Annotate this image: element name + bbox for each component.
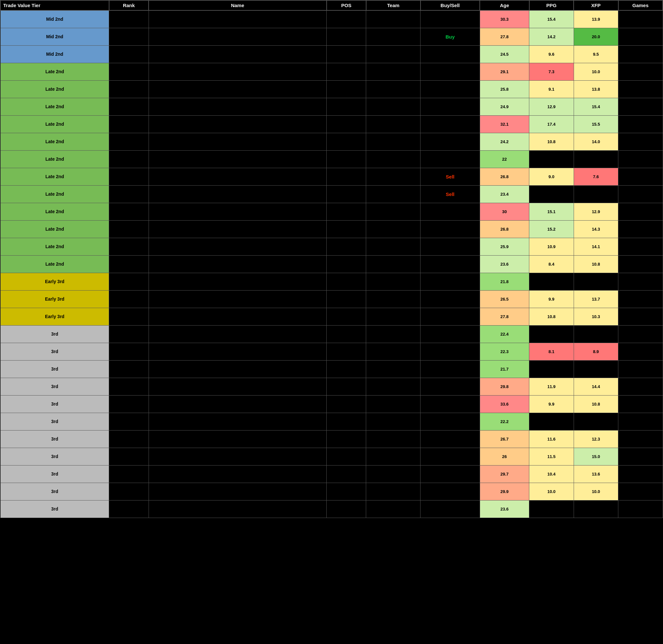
buysell-cell — [420, 395, 480, 413]
rank-cell — [109, 255, 148, 273]
rank-cell — [109, 115, 148, 133]
table-row: Late 2nd29.17.310.0 — [0, 63, 663, 80]
name-cell — [148, 220, 327, 238]
tier-cell: Late 2nd — [0, 80, 109, 98]
team-cell — [366, 465, 420, 483]
buysell-cell — [420, 325, 480, 343]
games-cell — [618, 203, 663, 220]
age-cell: 24.2 — [480, 133, 529, 150]
rank-cell — [109, 483, 148, 500]
ppg-cell: 9.0 — [529, 168, 574, 185]
rank-cell — [109, 448, 148, 465]
age-cell: 24.9 — [480, 98, 529, 115]
buysell-cell — [420, 413, 480, 430]
rank-cell — [109, 28, 148, 45]
games-cell — [618, 500, 663, 518]
pos-cell — [327, 413, 366, 430]
header-pos: POS — [327, 0, 366, 10]
rank-cell — [109, 185, 148, 203]
buysell-cell — [420, 343, 480, 360]
ppg-cell — [529, 273, 574, 290]
pos-cell — [327, 98, 366, 115]
pos-cell — [327, 168, 366, 185]
buysell-cell — [420, 430, 480, 448]
buysell-cell — [420, 290, 480, 308]
buysell-cell — [420, 80, 480, 98]
ppg-cell: 11.9 — [529, 378, 574, 395]
table-row: Mid 2nd24.59.69.5 — [0, 45, 663, 63]
rank-cell — [109, 203, 148, 220]
team-cell — [366, 395, 420, 413]
header-buysell: Buy/Sell — [420, 0, 480, 10]
tier-cell: Late 2nd — [0, 115, 109, 133]
header-ppg: PPG — [529, 0, 574, 10]
ppg-cell: 8.1 — [529, 343, 574, 360]
age-cell: 24.5 — [480, 45, 529, 63]
games-cell — [618, 325, 663, 343]
table-row: Late 2nd26.815.214.3 — [0, 220, 663, 238]
pos-cell — [327, 465, 366, 483]
games-cell — [618, 430, 663, 448]
xfp-cell: 14.0 — [574, 133, 618, 150]
name-cell — [148, 378, 327, 395]
table-row: 3rd26.711.612.3 — [0, 430, 663, 448]
table-row: Late 2ndSell23.4 — [0, 185, 663, 203]
tier-cell: 3rd — [0, 395, 109, 413]
xfp-cell: 14.4 — [574, 378, 618, 395]
age-cell: 30.3 — [480, 10, 529, 28]
buysell-cell — [420, 98, 480, 115]
age-cell: 23.4 — [480, 185, 529, 203]
buysell-cell — [420, 238, 480, 255]
table-row: Late 2nd3015.112.9 — [0, 203, 663, 220]
name-cell — [148, 203, 327, 220]
team-cell — [366, 500, 420, 518]
ppg-cell: 14.2 — [529, 28, 574, 45]
tier-cell: 3rd — [0, 483, 109, 500]
ppg-cell: 10.4 — [529, 465, 574, 483]
buysell-cell — [420, 483, 480, 500]
xfp-cell: 7.6 — [574, 168, 618, 185]
pos-cell — [327, 150, 366, 168]
tier-cell: 3rd — [0, 465, 109, 483]
name-cell — [148, 465, 327, 483]
age-cell: 27.8 — [480, 308, 529, 325]
name-cell — [148, 63, 327, 80]
table-row: Late 2nd25.910.914.1 — [0, 238, 663, 255]
tier-cell: Late 2nd — [0, 220, 109, 238]
name-cell — [148, 10, 327, 28]
pos-cell — [327, 430, 366, 448]
tier-cell: Late 2nd — [0, 185, 109, 203]
tier-cell: 3rd — [0, 360, 109, 378]
rank-cell — [109, 10, 148, 28]
buysell-cell — [420, 220, 480, 238]
name-cell — [148, 80, 327, 98]
name-cell — [148, 413, 327, 430]
age-cell: 23.6 — [480, 255, 529, 273]
games-cell — [618, 395, 663, 413]
name-cell — [148, 45, 327, 63]
buysell-cell — [420, 150, 480, 168]
rank-cell — [109, 220, 148, 238]
team-cell — [366, 45, 420, 63]
name-cell — [148, 185, 327, 203]
age-cell: 21.7 — [480, 360, 529, 378]
tier-cell: Late 2nd — [0, 255, 109, 273]
table-row: Late 2nd24.912.915.4 — [0, 98, 663, 115]
rank-cell — [109, 238, 148, 255]
games-cell — [618, 255, 663, 273]
name-cell — [148, 448, 327, 465]
age-cell: 26.8 — [480, 168, 529, 185]
ppg-cell — [529, 413, 574, 430]
header-rank: Rank — [109, 0, 148, 10]
rank-cell — [109, 45, 148, 63]
age-cell: 29.7 — [480, 465, 529, 483]
ppg-cell: 10.9 — [529, 238, 574, 255]
header-tier: Trade Value Tier — [0, 0, 109, 10]
rank-cell — [109, 360, 148, 378]
ppg-cell: 7.3 — [529, 63, 574, 80]
age-cell: 23.6 — [480, 500, 529, 518]
games-cell — [618, 360, 663, 378]
table-row: Late 2nd25.89.113.8 — [0, 80, 663, 98]
tier-cell: Late 2nd — [0, 238, 109, 255]
pos-cell — [327, 238, 366, 255]
